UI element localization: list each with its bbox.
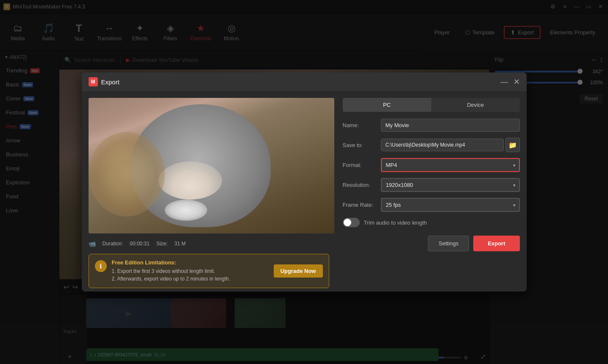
preview-video-box (89, 98, 334, 233)
resolution-select[interactable]: 1920x1080 1280x720 3840x2160 640x480 (381, 178, 520, 192)
frame-rate-select[interactable]: 25 fps 30 fps 60 fps 24 fps (381, 198, 520, 212)
warning-icon: ℹ (95, 260, 107, 272)
tab-pc[interactable]: PC (343, 98, 431, 112)
frame-rate-select-wrap: 25 fps 30 fps 60 fps 24 fps ▾ (381, 198, 520, 212)
dialog-body: 📹 Duration: 00:00:31 Size: 31 M ℹ Free E… (82, 91, 527, 292)
warning-title: Free Edition Limitations: (112, 259, 269, 266)
dialog-title-icon: M (89, 77, 98, 86)
format-select[interactable]: MP4 AVI MOV MKV GIF (381, 158, 520, 172)
folder-btn[interactable]: 📁 (505, 138, 520, 152)
dialog-overlay: M Export — ✕ (0, 0, 608, 364)
warning-line1: 1. Export the first 3 videos without len… (112, 267, 269, 275)
dialog-preview: 📹 Duration: 00:00:31 Size: 31 M ℹ Free E… (82, 91, 336, 292)
name-label: Name: (343, 122, 381, 128)
bottom-btns: Settings Export (343, 236, 520, 251)
dialog-controls: — ✕ (501, 77, 520, 86)
size-label: Size: (156, 241, 168, 247)
preview-info: 📹 Duration: 00:00:31 Size: 31 M (82, 240, 336, 250)
warning-text: Free Edition Limitations: 1. Export the … (112, 259, 269, 283)
tab-row: PC Device (343, 98, 520, 112)
trim-audio-toggle[interactable] (343, 218, 360, 227)
folder-icon: 📁 (508, 141, 517, 149)
resolution-label: Resolution: (343, 182, 381, 188)
dialog-title: M Export (89, 77, 119, 86)
video-file-icon: 📹 (89, 240, 96, 247)
dialog-header: M Export — ✕ (82, 72, 527, 91)
dialog-title-text: Export (101, 78, 119, 86)
resolution-row: Resolution: 1920x1080 1280x720 3840x2160… (343, 178, 520, 192)
duration-label: Duration: (103, 241, 123, 247)
tab-device[interactable]: Device (431, 98, 520, 112)
export-dialog: M Export — ✕ (82, 72, 527, 292)
upgrade-btn[interactable]: Upgrade Now (274, 264, 323, 278)
trim-audio-row: Trim audio to video length (343, 218, 520, 227)
duration-value: 00:00:31 (130, 241, 150, 247)
size-value: 31 M (175, 241, 186, 247)
dialog-minimize-btn[interactable]: — (501, 78, 508, 86)
name-input[interactable] (381, 119, 520, 132)
preview-image (89, 98, 334, 233)
cat-secondary-bg (89, 132, 165, 217)
toggle-knob (344, 219, 351, 226)
trim-audio-label: Trim audio to video length (364, 220, 427, 226)
frame-rate-label: Frame Rate: (343, 202, 381, 208)
save-to-label: Save to: (343, 142, 381, 148)
export-action-btn[interactable]: Export (473, 236, 519, 251)
format-label: Format: (343, 162, 381, 168)
format-select-wrap: MP4 AVI MOV MKV GIF ▾ (381, 158, 520, 172)
name-row: Name: (343, 119, 520, 132)
resolution-select-wrap: 1920x1080 1280x720 3840x2160 640x480 ▾ (381, 178, 520, 192)
cat-muzzle (158, 161, 222, 200)
dialog-settings: PC Device Name: Save to: 📁 Format: (336, 91, 527, 292)
dialog-close-btn[interactable]: ✕ (514, 77, 520, 86)
warning-line2: 2. Afterwards, export video up to 2 minu… (112, 275, 269, 283)
warning-box: ℹ Free Edition Limitations: 1. Export th… (89, 254, 329, 288)
format-row: Format: MP4 AVI MOV MKV GIF ▾ (343, 158, 520, 172)
save-to-input[interactable] (381, 139, 504, 151)
cat-paws (165, 200, 207, 221)
settings-action-btn[interactable]: Settings (428, 236, 469, 251)
frame-rate-row: Frame Rate: 25 fps 30 fps 60 fps 24 fps … (343, 198, 520, 212)
save-to-row: Save to: 📁 (343, 138, 520, 152)
